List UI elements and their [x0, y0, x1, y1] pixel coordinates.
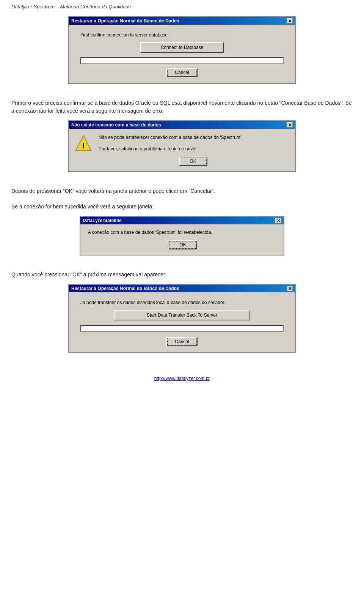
connect-to-database-button[interactable]: Connect to Database [140, 42, 224, 53]
dialog-restaurar-1-text: First confirm connection to server datab… [80, 32, 284, 38]
body-paragraph-3: Se a conexão for bem sucedida você verá … [11, 203, 353, 211]
error-ok-button[interactable]: OK [179, 157, 207, 166]
dialog-restaurar-1-titlebar: Restaurar a Operação Normal do Banco de … [69, 17, 295, 25]
page-title: Datalyzer Spectrum – Melhoria Contínua d… [11, 4, 353, 9]
dialog-restaurar-2: Restaurar a Operação Normal do Banco de … [68, 284, 296, 353]
svg-text:!: ! [82, 141, 85, 150]
dialog-restaurar-1: Restaurar a Operação Normal do Banco de … [68, 16, 296, 84]
cancel-button-1[interactable]: Cancel [166, 68, 197, 77]
dialog-restaurar-2-text: Já pode transferir os dados inseridos lo… [80, 300, 284, 305]
body-paragraph-1: Primeiro você precisa confirmar se a bas… [11, 99, 353, 115]
dialog-datalyzer-close[interactable]: ✕ [275, 218, 281, 223]
dialog-error-line2: Por favor, solucione o problema e tente … [99, 145, 287, 152]
progress-bar-2 [80, 325, 284, 332]
dialog-restaurar-2-titlebar: Restaurar a Operação Normal do Banco de … [69, 285, 295, 292]
datalyzer-ok-button[interactable]: OK [169, 240, 197, 249]
dialog-error-line1: Não se pode estabelecer conexão com a ba… [99, 134, 287, 141]
cancel-button-2[interactable]: Cancel [166, 337, 197, 346]
dialog-error: Não existe conexão com a base de dados ✕… [68, 120, 296, 172]
body-paragraph-2: Depois de pressionar “OK” você voltará n… [11, 187, 353, 195]
dialog-restaurar-1-title: Restaurar a Operação Normal do Banco de … [71, 18, 179, 24]
footer-link[interactable]: http://www.datalyzer.com.br [11, 376, 353, 381]
dialog-datalyzer-title: DataLyzerSatellite [83, 218, 122, 223]
dialog-datalyzer-titlebar: DataLyzerSatellite ✕ [80, 217, 284, 224]
warning-icon: ! [74, 134, 93, 152]
dialog-error-title: Não existe conexão com a base de dados [71, 122, 161, 128]
dialog-datalyzer: DataLyzerSatellite ✕ A conexão com a bas… [80, 216, 284, 255]
dialog-restaurar-2-close[interactable]: ✕ [287, 286, 293, 291]
start-transfer-button[interactable]: Start Data Transfer Back To Server [114, 310, 250, 320]
dialog-datalyzer-text: A conexão com a base de dados 'Spectrum'… [88, 230, 278, 235]
dialog-restaurar-1-close[interactable]: ✕ [287, 18, 293, 24]
dialog-error-close[interactable]: ✕ [287, 122, 293, 128]
dialog-restaurar-2-title: Restaurar a Operação Normal do Banco de … [71, 286, 179, 291]
body-paragraph-4: Quando você pressionar “OK” a próxima me… [11, 271, 353, 279]
dialog-error-titlebar: Não existe conexão com a base de dados ✕ [69, 121, 295, 129]
progress-bar-1 [80, 57, 284, 64]
